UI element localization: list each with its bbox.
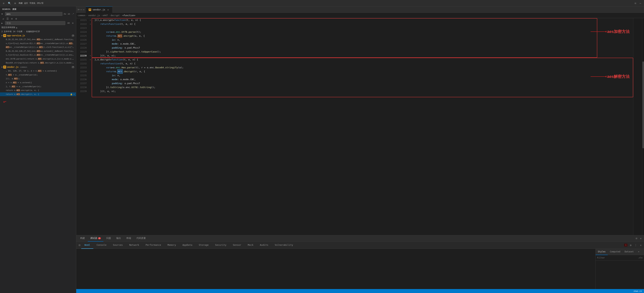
breadcrumb-item-decrypt[interactable]: decrypt [110, 14, 120, 17]
refresh-icon[interactable]: ↺ [2, 17, 5, 20]
match-case-btn[interactable]: Aa [63, 12, 67, 16]
replace-input[interactable] [6, 22, 64, 24]
close-icon[interactable]: ✕ [73, 93, 74, 96]
regex-btn[interactable]: .* [71, 12, 74, 16]
result-item[interactable]: t.AES = e._createHelper(d); [0, 73, 76, 77]
result-item[interactable]: 8,16,32,64,128,27,54],d=n.AES=e.extend({… [0, 38, 76, 42]
tab-vendor-js[interactable]: JS vendor.js ✕ [86, 6, 112, 13]
result-item[interactable]: AES=e._createHelper(d)}(),a.AES}),c1c5:f… [0, 45, 76, 49]
minimap [633, 18, 642, 235]
result-item[interactable]: n = n.AES = e.extend({ [0, 81, 76, 85]
replace-expand-icon[interactable]: ▶ [2, 22, 4, 24]
devtools-tab-security[interactable]: Security [212, 242, 230, 249]
save-icon[interactable]: ⊟ [10, 17, 14, 20]
styles-tab-dataset[interactable]: Dataset [622, 249, 636, 255]
fold-btn-2[interactable]: ▾ [89, 22, 92, 26]
breadcrumb-item-vendor[interactable]: vendor.js [88, 14, 100, 17]
close-panel-icon[interactable]: ✕ [639, 236, 642, 240]
result-item[interactable]: , 64, 128, 27, 54 ], d = n.AES = e.exten… [0, 69, 76, 73]
tab-close-btn[interactable]: ✕ [106, 8, 110, 11]
close-devtools-icon[interactable]: ✕ [639, 244, 642, 247]
toolbar-text4: 291/百 [37, 2, 44, 4]
more-icon[interactable]: ⋮ [634, 244, 638, 247]
devtools-tab-mock[interactable]: Mock [244, 242, 256, 249]
devtools-tab-memory[interactable]: Memory [164, 242, 179, 249]
file-header-vendor[interactable]: ▼ JS vendor.js common 7 [0, 65, 76, 69]
code-content[interactable]: }(), o.encrypt = function (t, e, n) { re… [92, 18, 633, 235]
devtools-tab-vulnerability[interactable]: Vulnerability [272, 242, 296, 249]
file-name-app-service: app-service.js [7, 34, 25, 37]
lock-icon[interactable]: 🔒 [70, 93, 73, 96]
vertical-scrollbar[interactable] [642, 18, 644, 235]
panel-toolbar-icons: ⊡ ✕ [635, 236, 642, 240]
devtools-tab-network[interactable]: Network [126, 242, 142, 249]
result-item[interactable]: Base64.stringify(a);return o.AES.decrypt… [0, 61, 76, 65]
more-icon[interactable]: ⋯ [638, 1, 642, 6]
devtools-tab-audits[interactable]: Audits [256, 242, 272, 249]
tab-quality[interactable]: 代码质量 [134, 235, 148, 242]
maximize-icon[interactable]: ⊡ [635, 236, 638, 240]
whole-word-btn[interactable]: ab [67, 12, 71, 16]
search-input[interactable] [6, 12, 61, 15]
layout-icon[interactable]: ⊡ [633, 1, 638, 6]
filter-arrow-icon[interactable]: ▲ [16, 26, 17, 29]
devtools-target-icon[interactable]: ⊡ [78, 244, 81, 247]
nav-back-icon[interactable]: ← [80, 8, 82, 11]
filter-bar: .cls [596, 255, 644, 260]
menu-icon[interactable]: ≡ [2, 1, 6, 6]
file-header-app-service[interactable]: ▼ JS app-service.js 7 [0, 34, 76, 38]
tab-build[interactable]: 构建 [78, 235, 88, 242]
editor-main[interactable]: 22221 22222 22223 22224 22225 22226 2222… [76, 18, 644, 235]
devtools-tab-console[interactable]: Console [93, 242, 110, 249]
error-badge: 1 [624, 244, 628, 246]
result-item[interactable]: }, t.AES = e._createHelper(n); [0, 85, 76, 88]
code-line-22227: mode: o.mode.CBC, [94, 42, 630, 46]
panel-tabs-bar: 构建 调试器 1 问题 输出 终端 代码质量 [76, 235, 644, 242]
filter-input[interactable] [597, 256, 638, 259]
file-group-app-service: ▼ JS app-service.js 7 8,16,32,64,128,27,… [0, 34, 76, 65]
fold-btn-3[interactable]: ▾ [89, 54, 92, 58]
settings-icon[interactable]: ⚙ [14, 17, 18, 20]
explorer-icon[interactable]: ⊞ [13, 1, 17, 6]
devtools-tab-wxml[interactable]: Wxml [81, 242, 93, 249]
devtools-tab-appdata[interactable]: AppData [179, 242, 196, 249]
fold-btn-1[interactable]: ▾ [89, 18, 92, 22]
result-item[interactable]: return o.AES.encrypt(a, e, { [0, 88, 76, 92]
devtools-tab-sources[interactable]: Sources [110, 242, 126, 249]
search-input-wrapper [5, 12, 62, 16]
search-icon[interactable]: 🔍 [7, 1, 12, 6]
tab-debugger[interactable]: 调试器 1 [88, 235, 104, 242]
search-sidebar: SEARCH: 搜索 ▼ Aa ab .* ↺ ☰ ⊟ ⚙ ▶ [0, 6, 76, 293]
devtools-controls: 1 ⚙ ⋮ ✕ [624, 244, 642, 247]
nav-forward-icon[interactable]: → [83, 8, 84, 11]
result-item[interactable]: v,t[e+3]=y},keySize:8}),o.AES=e._createH… [0, 53, 76, 57]
result-item[interactable]: enc.Utf8.parse(t);return o.AES.encrypt(a… [0, 57, 76, 61]
filter-cls[interactable]: .cls [638, 256, 643, 259]
replace-case-btn[interactable]: AB [67, 22, 70, 25]
devtools-tab-performance[interactable]: Performance [142, 242, 164, 249]
styles-tab-styles[interactable]: Styles [596, 249, 608, 255]
replace-save-btn[interactable]: ⊞ [71, 22, 74, 25]
styles-tab-more[interactable]: » [636, 249, 642, 255]
result-item-selected[interactable]: return o.AES.decrypt(r, e, { 🔒 ✕ [0, 92, 76, 96]
breadcrumb-item-common[interactable]: common [78, 14, 86, 17]
arrow-up-left: ↙ [2, 98, 8, 104]
tab-terminal[interactable]: 终端 [124, 235, 134, 242]
tab-output[interactable]: 输出 [114, 235, 124, 242]
fold-btn-4[interactable]: ▾ [89, 58, 92, 62]
tab-issues[interactable]: 问题 [104, 235, 114, 242]
result-item[interactable]: 8,16,32,64,128,27,54];n=n.AES=e.extend({… [0, 49, 76, 53]
result-item[interactable]: v,t[e+3]=y},keySize:8}),t.AES=e._createH… [0, 42, 76, 46]
settings-icon[interactable]: ⚙ [629, 244, 632, 247]
list-icon[interactable]: ☰ [6, 17, 9, 20]
result-item[interactable]: }(), a.AES); [0, 77, 76, 81]
devtools-tab-sensor[interactable]: Sensor [230, 242, 244, 249]
search-options: Aa ab .* [63, 12, 74, 16]
breadcrumb: common › vendor.js › e447 › decrypt › <f… [76, 13, 644, 18]
devtools-tab-storage[interactable]: Storage [196, 242, 212, 249]
collapse-icon[interactable]: ▼ [2, 13, 4, 15]
styles-tab-computed[interactable]: Computed [608, 249, 622, 255]
devtools-main-content[interactable] [76, 249, 596, 289]
split-left-icon[interactable]: ⊨ [78, 8, 80, 11]
breadcrumb-item-e447[interactable]: e447 [103, 14, 108, 17]
